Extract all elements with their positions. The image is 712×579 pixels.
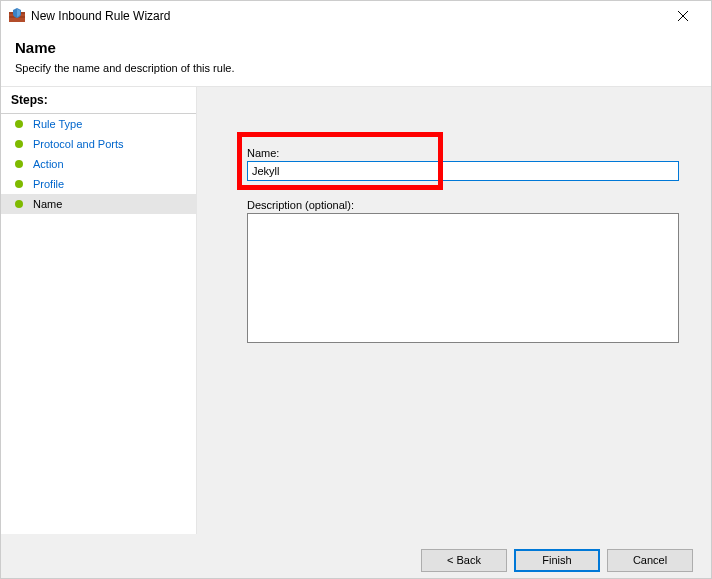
step-label: Name	[33, 198, 62, 210]
page-subtitle: Specify the name and description of this…	[15, 62, 697, 74]
step-bullet-icon	[15, 160, 23, 168]
header: Name Specify the name and description of…	[1, 31, 711, 86]
finish-button[interactable]: Finish	[514, 549, 600, 572]
back-button[interactable]: < Back	[421, 549, 507, 572]
step-bullet-icon	[15, 180, 23, 188]
step-protocol-ports[interactable]: Protocol and Ports	[1, 134, 196, 154]
step-label: Protocol and Ports	[33, 138, 124, 150]
step-label: Action	[33, 158, 64, 170]
content: Steps: Rule Type Protocol and Ports Acti…	[1, 86, 711, 534]
name-input[interactable]	[247, 161, 679, 181]
cancel-button[interactable]: Cancel	[607, 549, 693, 572]
description-label: Description (optional):	[247, 199, 681, 211]
sidebar: Steps: Rule Type Protocol and Ports Acti…	[1, 87, 197, 534]
name-label: Name:	[247, 147, 681, 159]
step-profile[interactable]: Profile	[1, 174, 196, 194]
close-icon	[678, 11, 688, 21]
step-bullet-icon	[15, 120, 23, 128]
step-bullet-icon	[15, 140, 23, 148]
step-bullet-icon	[15, 200, 23, 208]
titlebar: New Inbound Rule Wizard	[1, 1, 711, 31]
step-action[interactable]: Action	[1, 154, 196, 174]
footer: < Back Finish Cancel	[1, 534, 711, 579]
description-textarea[interactable]	[247, 213, 679, 343]
main-panel: Name: Description (optional):	[197, 87, 711, 534]
page-title: Name	[15, 39, 697, 56]
step-name[interactable]: Name	[1, 194, 196, 214]
step-label: Rule Type	[33, 118, 82, 130]
firewall-icon	[9, 8, 25, 24]
step-label: Profile	[33, 178, 64, 190]
close-button[interactable]	[663, 2, 703, 30]
window-title: New Inbound Rule Wizard	[31, 9, 170, 23]
steps-header: Steps:	[1, 87, 196, 114]
step-rule-type[interactable]: Rule Type	[1, 114, 196, 134]
